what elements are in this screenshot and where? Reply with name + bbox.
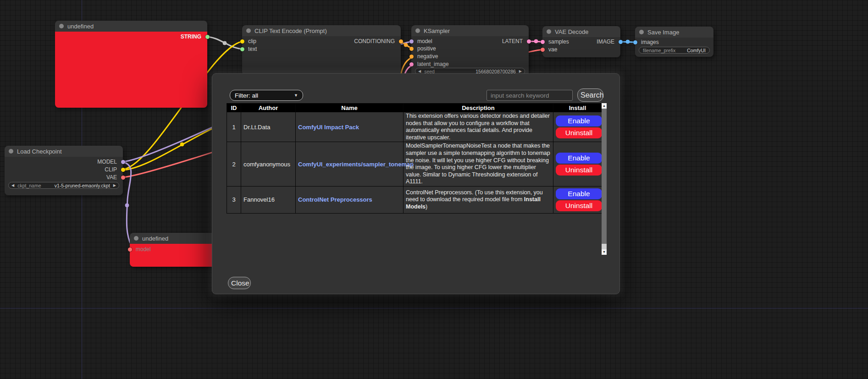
slot-label: MODEL: [97, 159, 117, 165]
link-midpoint-dot: [404, 43, 408, 47]
scroll-down-icon[interactable]: ▼: [602, 249, 607, 255]
node-ksampler[interactable]: KSampler model positive negative latent_…: [411, 25, 529, 77]
node-save-image[interactable]: Save Image images filename_prefix ComfyU…: [635, 27, 713, 57]
description-text: ControlNet Preprocessors. (To use this e…: [406, 189, 543, 203]
input-slot-model[interactable]: model: [411, 38, 432, 44]
collapse-dot-icon[interactable]: [9, 149, 13, 154]
widget-increment-icon[interactable]: ▶: [519, 69, 522, 73]
input-slot-samples[interactable]: samples: [542, 38, 569, 45]
collapse-dot-icon[interactable]: [415, 28, 420, 33]
latent-slot-dot[interactable]: [541, 40, 545, 44]
search-button[interactable]: Search: [577, 88, 603, 102]
node-undefined-top[interactable]: undefined STRING: [55, 21, 207, 108]
node-title-bar[interactable]: Load Checkpoint: [5, 146, 123, 157]
uninstall-button[interactable]: Uninstall: [556, 127, 602, 138]
slot-label: latent_image: [417, 61, 449, 67]
search-input[interactable]: [487, 90, 573, 101]
vae-slot-dot[interactable]: [121, 176, 125, 180]
slot-label: text: [248, 46, 257, 52]
clip-slot-dot[interactable]: [121, 168, 125, 172]
widget-increment-icon[interactable]: ▶: [113, 183, 116, 187]
output-slot-model[interactable]: MODEL: [97, 159, 123, 165]
node-title: Save Image: [647, 29, 679, 36]
extension-name: ControlNet Preprocessors: [296, 186, 404, 213]
node-vae-decode[interactable]: VAE Decode samples vae IMAGE: [542, 26, 620, 57]
graph-canvas[interactable]: undefined STRING CLIP Text Encode (Promp…: [0, 0, 868, 379]
description-text: ): [426, 203, 427, 210]
widget-decrement-icon[interactable]: ◀: [418, 69, 421, 73]
link-midpoint-dot: [626, 40, 630, 44]
slot-label: CLIP: [105, 166, 117, 173]
clip-slot-dot[interactable]: [240, 39, 244, 44]
image-slot-dot[interactable]: [619, 40, 623, 44]
node-title: VAE Decode: [555, 28, 588, 35]
node-title-bar[interactable]: undefined: [130, 233, 217, 244]
extension-link[interactable]: ComfyUI_experiments/sampler_tonemap: [298, 161, 414, 168]
input-slot-latent-image[interactable]: latent_image: [411, 61, 449, 67]
output-slot-vae[interactable]: VAE: [106, 174, 123, 181]
input-slot-positive[interactable]: positive: [411, 45, 436, 52]
output-slot-conditioning[interactable]: CONDITIONING: [354, 38, 401, 44]
latent-slot-dot[interactable]: [527, 39, 531, 44]
extension-link[interactable]: ControlNet Preprocessors: [298, 196, 372, 203]
extension-row: 3Fannovel16ControlNet PreprocessorsContr…: [227, 186, 602, 213]
scrollbar-thumb[interactable]: [602, 109, 607, 244]
slot-label: vae: [548, 46, 557, 53]
enable-button[interactable]: Enable: [556, 188, 602, 199]
string-slot-dot[interactable]: [205, 35, 210, 39]
text-slot-dot[interactable]: [240, 47, 244, 51]
column-header-name: Name: [296, 104, 404, 112]
node-title-bar[interactable]: VAE Decode: [542, 26, 620, 37]
scroll-up-icon[interactable]: ▲: [602, 103, 607, 109]
close-button[interactable]: Close: [228, 277, 251, 289]
node-title-bar[interactable]: Save Image: [635, 27, 713, 38]
filename-prefix-widget[interactable]: filename_prefix ComfyUI: [639, 47, 710, 54]
image-slot-dot[interactable]: [633, 40, 637, 44]
input-slot-negative[interactable]: negative: [411, 53, 438, 60]
extension-author: Dr.Lt.Data: [241, 112, 296, 142]
model-slot-dot[interactable]: [121, 160, 125, 164]
uninstall-button[interactable]: Uninstall: [556, 165, 602, 176]
extension-install: EnableUninstall: [553, 186, 602, 213]
collapse-dot-icon[interactable]: [639, 30, 644, 34]
vae-slot-dot[interactable]: [541, 48, 545, 52]
collapse-dot-icon[interactable]: [59, 24, 64, 28]
filter-select-value: Filter: all: [235, 92, 258, 99]
node-title-bar[interactable]: KSampler: [411, 25, 529, 36]
output-slot-image[interactable]: IMAGE: [597, 38, 620, 45]
node-title: CLIP Text Encode (Prompt): [254, 27, 327, 34]
enable-button[interactable]: Enable: [556, 115, 602, 126]
table-scrollbar[interactable]: ▲ ▼: [602, 103, 607, 255]
input-slot-images[interactable]: images: [635, 39, 659, 45]
node-title-bar[interactable]: CLIP Text Encode (Prompt): [242, 25, 401, 36]
uninstall-button[interactable]: Uninstall: [556, 200, 602, 211]
output-slot-clip[interactable]: CLIP: [105, 166, 123, 173]
output-slot-string[interactable]: STRING: [181, 33, 207, 40]
input-slot-clip[interactable]: clip: [242, 38, 256, 44]
input-slot-vae[interactable]: vae: [542, 46, 557, 53]
ckpt-name-widget[interactable]: ◀ ckpt_name v1-5-pruned-emaonly.ckpt ▶: [8, 182, 119, 189]
extension-link[interactable]: ComfyUI Impact Pack: [298, 124, 359, 131]
collapse-dot-icon[interactable]: [134, 236, 138, 241]
model-slot-dot[interactable]: [409, 39, 414, 44]
filter-select[interactable]: Filter: all ▼: [230, 90, 303, 101]
conditioning-slot-dot[interactable]: [409, 47, 414, 51]
node-clip-text-encode[interactable]: CLIP Text Encode (Prompt) clip text COND…: [242, 25, 401, 76]
widget-decrement-icon[interactable]: ◀: [11, 183, 14, 187]
input-slot-model[interactable]: model: [130, 246, 151, 253]
widget-label: filename_prefix: [643, 48, 675, 53]
conditioning-slot-dot[interactable]: [409, 55, 414, 59]
input-slot-text[interactable]: text: [242, 46, 257, 52]
conditioning-slot-dot[interactable]: [399, 39, 403, 44]
collapse-dot-icon[interactable]: [547, 29, 551, 34]
node-undefined-bottom[interactable]: undefined model: [130, 233, 217, 267]
model-slot-dot[interactable]: [128, 247, 132, 252]
extension-id: 2: [227, 142, 241, 187]
node-load-checkpoint[interactable]: Load Checkpoint MODEL CLIP VAE ◀ ckpt_na…: [5, 146, 123, 195]
latent-slot-dot[interactable]: [409, 62, 414, 66]
enable-button[interactable]: Enable: [556, 153, 602, 164]
node-title-bar[interactable]: undefined: [55, 21, 207, 32]
link-midpoint-dot: [125, 203, 129, 207]
output-slot-latent[interactable]: LATENT: [502, 38, 529, 44]
collapse-dot-icon[interactable]: [246, 28, 251, 33]
